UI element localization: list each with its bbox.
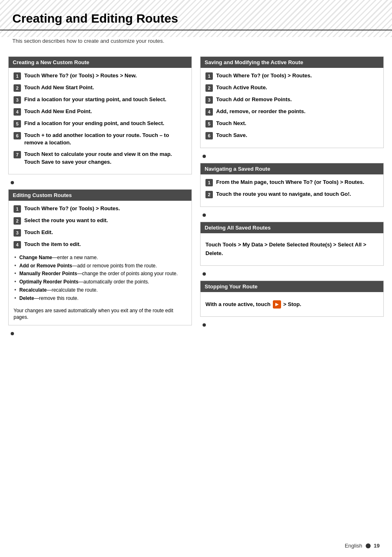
step-item: 7 Touch Next to calculate your route and… <box>14 151 187 165</box>
section-dot <box>203 323 206 327</box>
step-item: 3 Touch Edit. <box>14 229 187 237</box>
section-dot <box>11 332 14 335</box>
bullet-desc: —recalculate the route. <box>47 287 98 293</box>
saving-body: 1 Touch Where To? (or Tools) > Routes. 2… <box>201 68 383 148</box>
bullet-item: Change Name—enter a new name. <box>14 254 187 261</box>
step-item: 4 Touch Add New End Point. <box>14 108 187 116</box>
step-item: 4 Add, remove, or reorder the points. <box>205 108 378 116</box>
edit-step-text-3: Touch Edit. <box>24 229 53 236</box>
bullet-desc: —remove this route. <box>34 295 78 301</box>
save-step-badge-5: 5 <box>205 120 213 128</box>
step-item: 2 Touch Add New Start Point. <box>14 84 187 92</box>
bullet-term: Delete <box>19 295 34 301</box>
nav-step-text-2: Touch the route you want to navigate, an… <box>216 190 351 198</box>
bullet-desc: —automatically order the points. <box>78 279 149 285</box>
footer-language: English <box>345 543 362 549</box>
step-text-2: Touch Add New Start Point. <box>24 84 94 91</box>
nav-step-badge-2: 2 <box>205 191 213 198</box>
bullet-item: Optimally Reorder Points—automatically o… <box>14 278 187 285</box>
bullet-term: Change Name <box>19 255 52 260</box>
step-item: 2 Touch the route you want to navigate, … <box>205 190 378 198</box>
save-step-badge-4: 4 <box>205 108 213 116</box>
step-item: 6 Touch + to add another location to you… <box>14 132 187 146</box>
save-step-text-2: Touch Active Route. <box>216 84 267 91</box>
page-subtitle: This section describes how to create and… <box>0 35 392 48</box>
step-item: 1 From the Main page, touch Where To? (o… <box>205 179 378 186</box>
stop-route-icon <box>273 300 281 309</box>
save-step-text-3: Touch Add or Remove Points. <box>216 96 292 103</box>
step-item: 1 Touch Where To? (or Tools) > Routes > … <box>14 72 187 80</box>
stopping-section: Stopping Your Route With a route active,… <box>200 281 384 317</box>
bullet-item: Manually Reorder Points—change the order… <box>14 270 187 277</box>
saving-section: Saving and Modifying the Active Route 1 … <box>200 56 384 148</box>
creating-new-header: Creating a New Custom Route <box>9 57 191 68</box>
step-text-3: Find a location for your starting point,… <box>24 96 166 103</box>
footer: English 19 <box>345 543 380 549</box>
navigating-body: 1 From the Main page, touch Where To? (o… <box>201 174 383 207</box>
creating-new-section: Creating a New Custom Route 1 Touch Wher… <box>8 56 192 174</box>
step-item: 6 Touch Save. <box>205 132 378 139</box>
step-badge-3: 3 <box>14 96 21 104</box>
step-text-4: Touch Add New End Point. <box>24 108 92 115</box>
bullet-desc: —enter a new name. <box>52 255 98 260</box>
saving-header: Saving and Modifying the Active Route <box>201 57 383 68</box>
bullet-term: Recalculate <box>19 287 47 293</box>
stopping-text-before: With a route active, touch <box>205 301 270 307</box>
stopping-header: Stopping Your Route <box>201 281 383 292</box>
bullet-term: Optimally Reorder Points <box>19 279 78 285</box>
step-item: 2 Touch Active Route. <box>205 84 378 92</box>
left-column: Creating a New Custom Route 1 Touch Wher… <box>8 56 192 340</box>
nav-step-badge-1: 1 <box>205 179 213 186</box>
save-step-text-6: Touch Save. <box>216 132 247 139</box>
step-badge-5: 5 <box>14 120 21 128</box>
editing-header: Editing Custom Routes <box>9 190 191 201</box>
edit-step-text-2: Select the route you want to edit. <box>24 217 108 224</box>
step-badge-7: 7 <box>14 151 21 158</box>
auto-save-note: Your changes are saved automatically whe… <box>14 307 187 321</box>
page-title: Creating and Editing Routes <box>12 12 380 26</box>
bullet-desc: —add or remove points from the route. <box>72 263 157 269</box>
step-item: 5 Touch Next. <box>205 120 378 128</box>
step-text-6: Touch + to add another location to your … <box>24 132 187 146</box>
bullet-item: Delete—remove this route. <box>14 295 187 302</box>
bullet-term: Manually Reorder Points <box>19 271 77 276</box>
editing-bullet-list: Change Name—enter a new name. Add or Rem… <box>14 253 187 305</box>
step-badge-6: 6 <box>14 132 21 139</box>
edit-step-text-4: Touch the item to edit. <box>24 241 81 248</box>
step-text-7: Touch Next to calculate your route and v… <box>24 151 187 165</box>
save-step-badge-3: 3 <box>205 96 213 104</box>
step-item: 3 Touch Add or Remove Points. <box>205 96 378 104</box>
stopping-body: With a route active, touch > Stop. <box>201 292 383 316</box>
stopping-text-after: > Stop. <box>283 301 301 307</box>
edit-step-badge-3: 3 <box>14 229 21 237</box>
navigating-header: Navigating a Saved Route <box>201 163 383 174</box>
bullet-item: Add or Remove Points—add or remove point… <box>14 262 187 269</box>
step-badge-4: 4 <box>14 108 21 116</box>
step-text-1: Touch Where To? (or Tools) > Routes > Ne… <box>24 72 137 79</box>
save-step-badge-1: 1 <box>205 72 213 80</box>
footer-circle-icon <box>366 543 371 548</box>
stopping-text: With a route active, touch > Stop. <box>205 296 378 312</box>
step-badge-2: 2 <box>14 84 21 92</box>
nav-step-text-1: From the Main page, touch Where To? (or … <box>216 179 364 186</box>
section-dot <box>203 214 206 217</box>
save-step-text-5: Touch Next. <box>216 120 246 127</box>
edit-step-badge-2: 2 <box>14 217 21 225</box>
step-badge-1: 1 <box>14 72 21 80</box>
editing-section: Editing Custom Routes 1 Touch Where To? … <box>8 189 192 325</box>
save-step-text-4: Add, remove, or reorder the points. <box>216 108 305 115</box>
step-item: 1 Touch Where To? (or Tools) > Routes. <box>14 205 187 213</box>
step-item: 3 Find a location for your starting poin… <box>14 96 187 104</box>
right-column: Saving and Modifying the Active Route 1 … <box>200 56 384 340</box>
step-text-5: Find a location for your ending point, a… <box>24 120 164 127</box>
step-item: 5 Find a location for your ending point,… <box>14 120 187 128</box>
deleting-section: Deleting All Saved Routes Touch Tools > … <box>200 222 384 266</box>
save-step-text-1: Touch Where To? (or Tools) > Routes. <box>216 72 312 79</box>
section-dot <box>11 181 14 184</box>
bullet-item: Recalculate—recalculate the route. <box>14 287 187 294</box>
creating-new-body: 1 Touch Where To? (or Tools) > Routes > … <box>9 68 191 174</box>
deleting-text: Touch Tools > My Data > Delete Selected … <box>205 237 378 261</box>
save-step-badge-2: 2 <box>205 84 213 92</box>
section-dot <box>203 155 206 158</box>
section-dot <box>203 272 206 276</box>
